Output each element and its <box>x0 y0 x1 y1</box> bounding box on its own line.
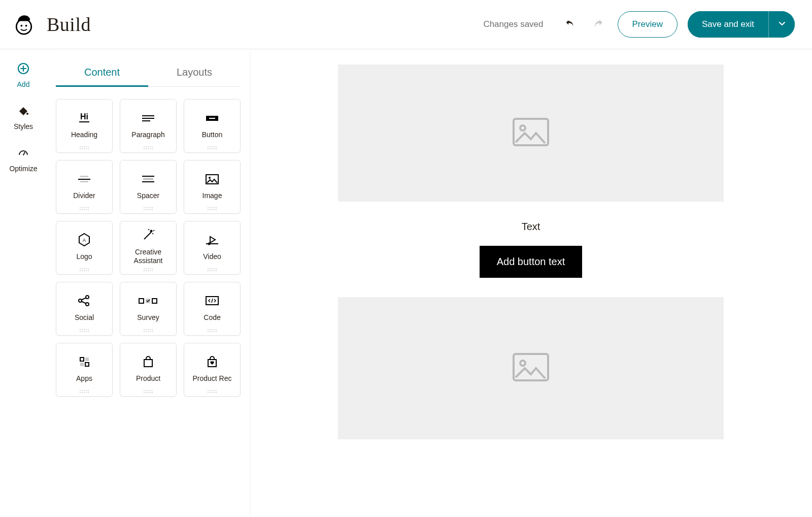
block-divider[interactable]: Divider <box>56 160 113 214</box>
redo-button[interactable] <box>589 15 607 34</box>
share-icon <box>75 292 93 309</box>
top-left: Build <box>12 12 91 37</box>
block-product[interactable]: Product <box>120 343 177 397</box>
grip-icon <box>144 390 153 393</box>
grip-icon <box>208 207 217 210</box>
email-text-block[interactable]: Text <box>338 202 724 246</box>
block-label: Video <box>203 252 221 261</box>
email-button[interactable]: Add button text <box>480 246 583 278</box>
undo-icon <box>564 18 576 31</box>
apps-grid-icon <box>75 353 93 370</box>
grip-icon <box>208 146 217 149</box>
block-label: Product Rec <box>192 374 231 383</box>
blocks-panel: Content Layouts Hi Heading Paragraph <box>47 49 250 517</box>
grip-icon <box>144 329 153 332</box>
grip-icon <box>144 146 153 149</box>
block-label: Social <box>75 313 94 322</box>
rail-label-optimize: Optimize <box>9 165 37 173</box>
block-paragraph[interactable]: Paragraph <box>120 99 177 153</box>
svg-point-24 <box>86 296 89 299</box>
svg-point-2 <box>25 25 27 27</box>
survey-icon <box>137 292 159 309</box>
gauge-icon <box>16 146 30 160</box>
rail-label-styles: Styles <box>14 122 33 131</box>
preview-button[interactable]: Preview <box>618 11 678 38</box>
svg-rect-28 <box>139 299 144 303</box>
block-product-rec[interactable]: Product Rec <box>184 343 241 397</box>
block-heading[interactable]: Hi Heading <box>56 99 113 153</box>
grip-icon <box>144 268 153 271</box>
block-label: Divider <box>73 191 95 200</box>
save-dropdown-toggle[interactable] <box>768 11 795 38</box>
block-label: Apps <box>76 374 92 383</box>
block-label: Spacer <box>137 191 159 200</box>
block-button[interactable]: Button <box>184 99 241 153</box>
block-label: Code <box>204 313 220 322</box>
image-placeholder-1[interactable] <box>338 64 724 202</box>
block-image[interactable]: Image <box>184 160 241 214</box>
block-video[interactable]: Video <box>184 221 241 275</box>
rail-item-add[interactable]: Add <box>16 61 30 88</box>
block-apps[interactable]: Apps <box>56 343 113 397</box>
svg-point-23 <box>79 299 82 302</box>
canvas[interactable]: Text Add button text <box>250 49 812 517</box>
block-creative-assistant[interactable]: Creative Assistant <box>120 221 177 275</box>
svg-rect-11 <box>209 118 215 119</box>
image-icon <box>203 170 221 187</box>
grip-icon <box>80 329 89 332</box>
grip-icon <box>208 268 217 271</box>
chevron-down-icon <box>778 19 786 29</box>
mailchimp-logo-icon <box>12 12 36 37</box>
paint-bucket-icon <box>16 104 30 118</box>
top-bar: Build Changes saved Preview Save and exi… <box>0 0 812 49</box>
svg-rect-33 <box>85 358 89 361</box>
tab-content[interactable]: Content <box>56 61 148 86</box>
shopping-bag-heart-icon <box>203 353 221 370</box>
block-spacer[interactable]: Spacer <box>120 160 177 214</box>
image-placeholder-icon <box>513 118 549 148</box>
grip-icon <box>80 268 89 271</box>
heading-icon: Hi <box>75 109 93 126</box>
svg-rect-35 <box>85 363 89 366</box>
grip-icon <box>80 207 89 210</box>
svg-point-37 <box>520 125 525 131</box>
rail-item-styles[interactable]: Styles <box>14 104 33 131</box>
top-right: Changes saved Preview Save and exit <box>483 11 795 38</box>
save-status: Changes saved <box>483 19 543 29</box>
paragraph-icon <box>139 109 157 126</box>
workspace: Add Styles Optimize Content Layouts Hi <box>0 49 812 517</box>
svg-point-22 <box>208 242 211 245</box>
rail-item-optimize[interactable]: Optimize <box>9 146 37 173</box>
block-label: Paragraph <box>131 131 164 139</box>
image-placeholder-2[interactable] <box>338 297 724 439</box>
code-icon <box>203 292 221 309</box>
email-preview: Text Add button text <box>338 64 724 439</box>
block-label: Creative Assistant <box>122 248 174 265</box>
block-social[interactable]: Social <box>56 282 113 336</box>
svg-rect-30 <box>152 299 157 303</box>
svg-text:Hi: Hi <box>80 112 88 121</box>
grip-icon <box>144 207 153 210</box>
svg-point-4 <box>26 113 28 115</box>
block-survey[interactable]: Survey <box>120 282 177 336</box>
block-label: Image <box>202 191 222 200</box>
undo-button[interactable] <box>561 15 579 34</box>
block-code[interactable]: Code <box>184 282 241 336</box>
svg-text:A: A <box>83 238 86 243</box>
block-label: Logo <box>76 252 92 261</box>
logo-hex-icon: A <box>75 231 93 248</box>
rail-label-add: Add <box>17 80 30 88</box>
block-logo[interactable]: A Logo <box>56 221 113 275</box>
panel-tabs: Content Layouts <box>56 61 241 87</box>
shopping-bag-icon <box>139 353 157 370</box>
image-placeholder-icon <box>513 353 549 383</box>
tab-layouts[interactable]: Layouts <box>148 61 241 86</box>
save-and-exit-button[interactable]: Save and exit <box>688 11 768 38</box>
grip-icon <box>80 146 89 149</box>
svg-rect-16 <box>143 178 153 180</box>
svg-rect-34 <box>80 363 84 366</box>
grip-icon <box>80 390 89 393</box>
svg-point-19 <box>209 177 211 179</box>
grip-icon <box>208 390 217 393</box>
svg-rect-12 <box>80 176 88 177</box>
